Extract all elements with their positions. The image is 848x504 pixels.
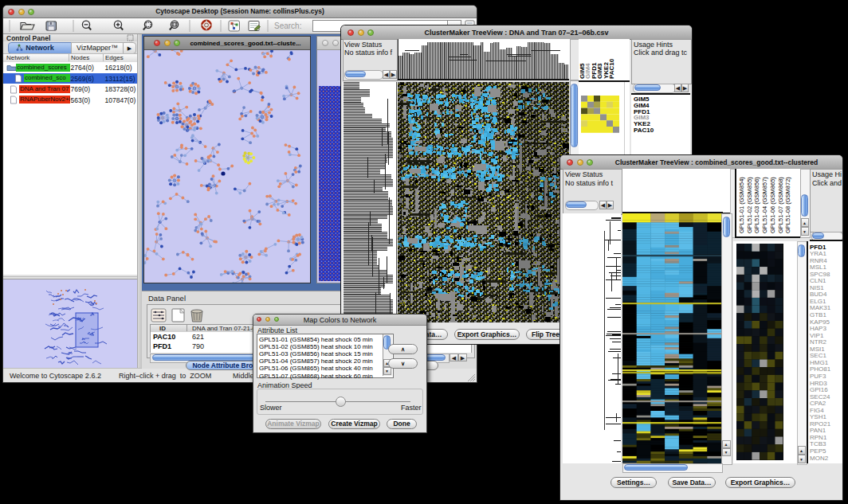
svg-text:GPL51-02 (GSM855): GPL51-02 (GSM855) xyxy=(746,177,753,233)
svg-text:GPL51-01 (GSM854): GPL51-01 (GSM854) xyxy=(738,177,745,233)
svg-text:GPL51-07 (GSM868): GPL51-07 (GSM868) xyxy=(777,177,784,233)
svg-text:GPL51-06 (GSM865): GPL51-06 (GSM865) xyxy=(769,177,776,233)
svg-text:GPL51-04 (GSM857): GPL51-04 (GSM857) xyxy=(761,177,768,233)
svg-text:PAC10: PAC10 xyxy=(608,58,615,79)
svg-text:GPL51-03 (GSM856): GPL51-03 (GSM856) xyxy=(753,177,760,233)
svg-text:GPL51-08 (GSM872): GPL51-08 (GSM872) xyxy=(784,177,791,233)
